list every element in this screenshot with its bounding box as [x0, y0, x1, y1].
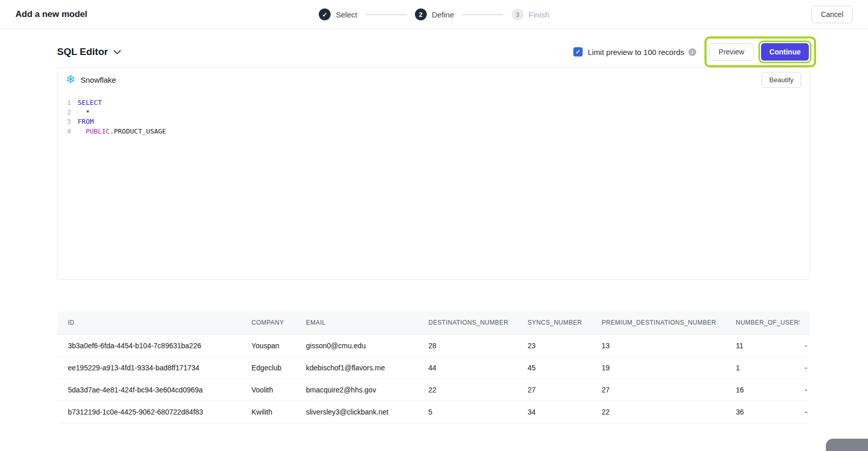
- preview-table: IDCOMPANYEMAILDESTINATIONS_NUMBERSYNCS_N…: [57, 311, 810, 423]
- table-cell: 23: [517, 334, 591, 356]
- step-complete-check-icon: [319, 9, 331, 21]
- snowflake-logo-icon: ❄: [66, 74, 75, 85]
- main-content: SQL Editor Limit preview to 100 records …: [0, 40, 868, 423]
- column-header: PREMIUM_DESTINATIONS_NUMBER: [591, 311, 725, 334]
- step-select-label: Select: [336, 10, 357, 19]
- column-header: ID: [57, 311, 241, 334]
- table-cell: b731219d-1c0e-4425-9062-680722d84f83: [57, 401, 241, 423]
- table-cell: 3b3a0ef6-6fda-4454-b104-7c89631ba226: [57, 334, 241, 356]
- code-text: *: [78, 108, 89, 118]
- toolbar-right: Limit preview to 100 records i Preview C…: [573, 36, 810, 67]
- column-header: SYNCS_NUMBER: [517, 311, 591, 334]
- table-cell: 16: [725, 379, 800, 401]
- page-title: Add a new model: [15, 9, 87, 20]
- table-cell: 36: [725, 401, 800, 423]
- top-bar: Add a new model Select 2 Define 3 Finish…: [0, 0, 868, 29]
- code-line: 1SELECT: [58, 98, 809, 108]
- table-cell: 22: [591, 401, 725, 423]
- step-finish: 3 Finish: [512, 9, 549, 21]
- highlight-annotation-box: Preview Continue: [704, 36, 816, 67]
- table-cell: sliversley3@clickbank.net: [295, 401, 418, 423]
- table-cell: 5: [418, 401, 517, 423]
- table-cell: 28: [418, 334, 517, 356]
- sql-editor-mode-label: SQL Editor: [57, 46, 108, 58]
- table-cell: -: [800, 334, 810, 356]
- table-cell: Kwilith: [241, 401, 295, 423]
- table-cell: 27: [517, 379, 591, 401]
- sql-editor-mode-dropdown[interactable]: SQL Editor: [57, 46, 121, 58]
- corner-overlay-artifact: [826, 439, 868, 451]
- table-body: 3b3a0ef6-6fda-4454-b104-7c89631ba226Yous…: [57, 334, 810, 423]
- table-cell: 34: [517, 401, 591, 423]
- column-header: [800, 311, 810, 334]
- code-text: FROM: [78, 117, 94, 127]
- preview-table-wrap: IDCOMPANYEMAILDESTINATIONS_NUMBERSYNCS_N…: [57, 311, 810, 423]
- table-cell: bmacquire2@hhs.gov: [295, 379, 418, 401]
- table-header-row: IDCOMPANYEMAILDESTINATIONS_NUMBERSYNCS_N…: [57, 311, 810, 334]
- step-define-label: Define: [432, 10, 454, 19]
- step-finish-number: 3: [512, 9, 523, 21]
- table-cell: -: [800, 401, 810, 423]
- beautify-button[interactable]: Beautify: [762, 72, 801, 88]
- line-number: 2: [58, 108, 71, 118]
- editor-toolbar: SQL Editor Limit preview to 100 records …: [57, 40, 810, 64]
- preview-button[interactable]: Preview: [709, 43, 754, 61]
- code-line: 2 *: [58, 108, 809, 118]
- table-cell: 13: [591, 334, 725, 356]
- table-cell: 27: [591, 379, 725, 401]
- table-cell: 5da3d7ae-4e81-424f-bc94-3e604cd0969a: [57, 379, 241, 401]
- table-cell: -: [800, 356, 810, 379]
- line-number: 1: [58, 98, 71, 108]
- table-cell: Youspan: [241, 334, 295, 356]
- table-cell: Voolith: [241, 379, 295, 401]
- cancel-button[interactable]: Cancel: [811, 6, 853, 23]
- table-cell: 11: [725, 334, 800, 356]
- code-area[interactable]: 1SELECT2 *3FROM4 PUBLIC.PRODUCT_USAGE: [58, 91, 809, 143]
- table-cell: -: [800, 379, 810, 401]
- stepper-connector: [462, 14, 503, 15]
- column-header: DESTINATIONS_NUMBER: [418, 311, 517, 334]
- table-row[interactable]: 5da3d7ae-4e81-424f-bc94-3e604cd0969aVool…: [57, 379, 810, 401]
- table-cell: 19: [591, 356, 725, 379]
- limit-preview-checkbox[interactable]: [573, 47, 583, 57]
- step-define: 2 Define: [415, 9, 454, 21]
- table-cell: 22: [418, 379, 517, 401]
- table-cell: gisson0@cmu.edu: [295, 334, 418, 356]
- table-row[interactable]: 3b3a0ef6-6fda-4454-b104-7c89631ba226Yous…: [57, 334, 810, 356]
- table-cell: Edgeclub: [241, 356, 295, 379]
- chevron-down-icon: [114, 50, 121, 54]
- column-header: EMAIL: [295, 311, 418, 334]
- line-number: 4: [58, 127, 71, 137]
- stepper: Select 2 Define 3 Finish: [319, 9, 549, 21]
- code-line: 4 PUBLIC.PRODUCT_USAGE: [58, 127, 809, 137]
- info-icon[interactable]: i: [689, 48, 696, 56]
- table-cell: 45: [517, 356, 591, 379]
- sql-editor-panel-header: ❄ Snowflake Beautify: [58, 68, 809, 91]
- table-cell: 44: [418, 356, 517, 379]
- step-define-number: 2: [415, 9, 427, 21]
- step-finish-label: Finish: [529, 10, 549, 19]
- sql-editor-panel: ❄ Snowflake Beautify 1SELECT2 *3FROM4 PU…: [57, 67, 810, 280]
- table-cell: ee195229-a913-4fd1-9334-bad8ff171734: [57, 356, 241, 379]
- highlight-annotation-inner-box: Continue: [758, 41, 811, 63]
- line-number: 3: [58, 117, 71, 127]
- table-row[interactable]: ee195229-a913-4fd1-9334-bad8ff171734Edge…: [57, 356, 810, 379]
- table-row[interactable]: b731219d-1c0e-4425-9062-680722d84f83Kwil…: [57, 401, 810, 423]
- column-header: NUMBER_OF_USERS: [725, 311, 800, 334]
- code-line: 3FROM: [58, 117, 809, 127]
- column-header: COMPANY: [241, 311, 295, 334]
- code-text: PUBLIC.PRODUCT_USAGE: [78, 127, 166, 137]
- continue-button[interactable]: Continue: [761, 43, 809, 61]
- code-text: SELECT: [78, 98, 102, 108]
- limit-preview-label: Limit preview to 100 records: [588, 48, 684, 57]
- stepper-connector: [366, 14, 407, 15]
- step-select: Select: [319, 9, 357, 21]
- table-cell: 1: [725, 356, 800, 379]
- table-cell: kdebischof1@flavors.me: [295, 356, 418, 379]
- source-name: Snowflake: [80, 76, 116, 84]
